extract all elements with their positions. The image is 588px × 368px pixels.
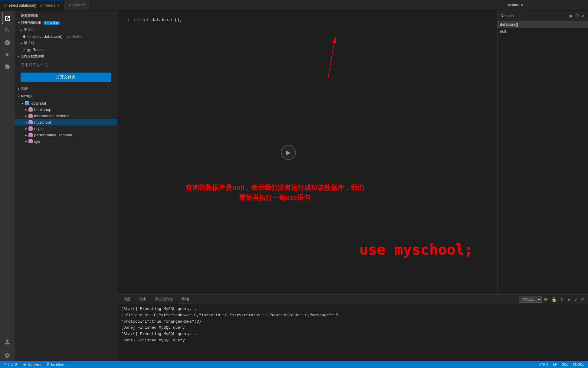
grid-icon[interactable]: ⊞ (543, 296, 549, 302)
code-content[interactable]: select database (); (133, 17, 497, 23)
editor-content: 1 select database (); 查询到数据库是null，表示我们没有… (117, 11, 588, 294)
terminal-tab[interactable]: 终端 (178, 295, 192, 303)
group1-header: ▸ 第 1 组 (15, 26, 117, 33)
no-files-text: 尚未打开文件夹。 (15, 60, 117, 70)
tab-more-icon[interactable]: ··· (89, 2, 98, 8)
editor-area: 1 select database (); 查询到数据库是null，表示我们没有… (117, 11, 588, 361)
results-value: null (498, 28, 588, 35)
db-bookshop[interactable]: ▸ bookshop (15, 106, 117, 113)
open-editors-section[interactable]: ▾ 打开的编辑器 1个未保存 (15, 19, 117, 26)
line-numbers: 1 (117, 17, 133, 23)
close-results-icon[interactable]: ✕ (581, 13, 585, 18)
tab1-label: select database(); (8, 3, 37, 8)
chevron-right-icon-7: ▸ (25, 133, 27, 137)
mysql-section-header[interactable]: ▾ MYSQL + (15, 92, 117, 100)
refresh-icon[interactable]: ↻ (559, 296, 565, 302)
close-icon[interactable]: ✕ (68, 3, 71, 8)
dajia-section[interactable]: ▸ 大纲 (15, 85, 117, 92)
annotation-text: 查询到数据库是null，表示我们没有运行成功该数据库，我们重新再执行一遍use语… (184, 183, 366, 203)
run-query-icon[interactable]: ▶ (570, 13, 573, 18)
chevron-down-icon-2: ▾ (18, 55, 20, 58)
settings-icon[interactable] (2, 350, 13, 361)
annotation-code: use myschool; (359, 241, 473, 258)
status-language[interactable]: SQL (560, 363, 570, 366)
editor-tab-1[interactable]: ⬡ select database(); Untitled-1 ● (0, 0, 64, 10)
db-status-icon: 🗄 (47, 363, 50, 366)
terminal-line-5: [Start] Executing MySQL query... (121, 331, 584, 337)
warning-icon: ⚠ (11, 363, 14, 366)
error-count: 0 (8, 363, 9, 366)
play-button[interactable]: ▶ (281, 145, 296, 160)
eol-label: LF (553, 363, 557, 366)
results-tab[interactable]: Results ✕ (503, 0, 527, 11)
git-icon[interactable] (2, 37, 13, 48)
terminal-line-3: "protocol41":true,"changedRows":0} (121, 319, 584, 325)
status-localhost[interactable]: 🗄 localhost (45, 363, 65, 366)
output-tab[interactable]: 输出 (136, 295, 150, 303)
status-connect[interactable]: ⚡ Connect (21, 363, 42, 366)
no-folder-section[interactable]: ▾ 无打开的文件夹 (15, 53, 117, 60)
chevron-right-icon-4: ▸ (25, 108, 27, 111)
file-item-1[interactable]: ⬡ select database(); Untitled-1 (15, 33, 117, 40)
activity-bar (0, 11, 15, 361)
chevron-right-icon-3: ▸ (18, 87, 20, 90)
add-connection-icon[interactable]: + (110, 93, 115, 99)
chevron-down-icon-terminal[interactable]: ∨ (573, 296, 578, 302)
explorer-icon[interactable] (2, 13, 13, 24)
extensions-icon[interactable] (2, 61, 13, 72)
db-localhost[interactable]: ▾ localhost (15, 100, 117, 106)
run-icon[interactable] (2, 49, 13, 60)
file-item-2[interactable]: ✕ ▦ Results (15, 47, 117, 53)
person-icon[interactable] (2, 337, 13, 347)
results-tab-label: Results (507, 3, 519, 7)
sidebar: 资源管理器 ▾ 打开的编辑器 1个未保存 ▸ 第 1 组 ⬡ select da… (15, 11, 117, 361)
chevron-right-icon: ▸ (21, 28, 22, 32)
bottom-panel: 问题 输出 调试控制台 终端 MySQL ⊞ 🔒 ↻ ∧ ∨ ✕ [Start] (117, 294, 588, 361)
performance-schema-label: performance_schema (34, 133, 72, 137)
db-mysql-icon (28, 127, 33, 131)
chevron-right-icon-5: ▸ (25, 114, 27, 118)
terminal-line-1: [Start] Executing MySQL query... (121, 306, 584, 312)
db-myschool[interactable]: ▾ myschool (15, 119, 117, 125)
red-arrow-svg (272, 20, 399, 125)
db-performance-schema[interactable]: ▸ performance_schema (15, 132, 117, 138)
terminal-content[interactable]: [Start] Executing MySQL query... {"field… (117, 304, 588, 361)
results-header: Results ▶ ⊞ ✕ (498, 11, 588, 21)
terminal-line-4: [Done] Finished MySQL query. (121, 325, 584, 331)
results-tab-close-icon[interactable]: ✕ (521, 3, 524, 7)
code-editor[interactable]: 1 select database (); 查询到数据库是null，表示我们没有… (117, 11, 497, 294)
terminal-line-6: [Done] Finished MySQL query. (121, 337, 584, 344)
close-terminal-icon[interactable]: ✕ (580, 296, 586, 302)
problems-tab[interactable]: 问题 (120, 295, 134, 303)
chevron-down-icon-5: ▾ (25, 121, 27, 124)
search-icon[interactable] (2, 25, 13, 36)
dajia-label: 大纲 (21, 86, 28, 91)
sys-label: sys (34, 139, 40, 144)
chevron-right-icon-8: ▸ (25, 140, 27, 143)
db-mysql[interactable]: ▸ mysql (15, 125, 117, 132)
lock-icon[interactable]: 🔒 (550, 296, 558, 302)
mysql-dropdown[interactable]: MySQL (519, 296, 542, 303)
editor-tab-2[interactable]: ✕ Results (64, 0, 89, 10)
tab1-icon: ⬡ (4, 3, 7, 8)
unsaved-dot-icon (23, 35, 25, 38)
chevron-up-icon[interactable]: ∧ (566, 296, 572, 302)
status-eol[interactable]: LF (552, 363, 558, 366)
warning-count: 0 (15, 363, 17, 366)
debug-console-tab[interactable]: 调试控制台 (151, 295, 177, 303)
bookshop-label: bookshop (34, 107, 51, 112)
status-mysql[interactable]: MySQL (572, 363, 586, 366)
svg-line-1 (328, 37, 335, 79)
results-panel: Results ▶ ⊞ ✕ database() null (497, 11, 588, 294)
tab1-close-icon[interactable]: ● (57, 3, 60, 8)
file2-label: Results (32, 47, 45, 52)
split-icon[interactable]: ⊞ (575, 13, 579, 18)
open-folder-button[interactable]: 打开文件夹 (21, 73, 111, 82)
file1-label: select database(); (32, 34, 64, 39)
status-errors[interactable]: ✕ 0 ⚠ 0 (2, 363, 18, 366)
chevron-down-icon-3: ▾ (18, 95, 20, 98)
file-sql-icon: ⬡ (27, 34, 31, 39)
db-information-schema[interactable]: ▸ information_schema (15, 113, 117, 119)
status-encoding[interactable]: UTF-8 (537, 363, 549, 366)
db-sys[interactable]: ▸ sys (15, 138, 117, 145)
